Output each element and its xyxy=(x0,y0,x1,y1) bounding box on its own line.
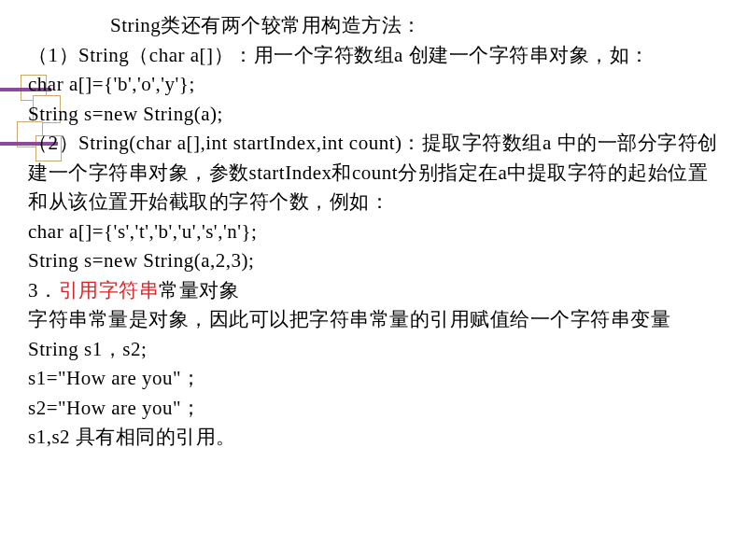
code-line: String s1，s2; xyxy=(28,335,724,365)
text-segment: 常量对象 xyxy=(159,279,239,301)
slide-content: String类还有两个较常用构造方法： （1）String（char a[]）：… xyxy=(28,11,724,453)
text-segment: 3． xyxy=(28,279,59,301)
code-line: char a[]={'b','o','y'}; xyxy=(28,70,724,100)
code-line: char a[]={'s','t','b','u','s','n'}; xyxy=(28,217,724,247)
text-line: 字符串常量是对象，因此可以把字符串常量的引用赋值给一个字符串变量 xyxy=(28,305,724,335)
text-line: 3．引用字符串常量对象 xyxy=(28,276,724,306)
text-line: s1,s2 具有相同的引用。 xyxy=(28,423,724,453)
highlighted-text: 引用字符串 xyxy=(59,279,160,301)
code-line: String s=new String(a,2,3); xyxy=(28,246,724,276)
text-line: （2）String(char a[],int startIndex,int co… xyxy=(28,129,724,217)
code-line: s1="How are you"； xyxy=(28,364,724,394)
text-line: String类还有两个较常用构造方法： xyxy=(28,11,724,41)
text-line: （1）String（char a[]）：用一个字符数组a 创建一个字符串对象，如… xyxy=(28,41,724,71)
code-line: String s=new String(a); xyxy=(28,100,724,130)
code-line: s2="How are you"； xyxy=(28,394,724,424)
